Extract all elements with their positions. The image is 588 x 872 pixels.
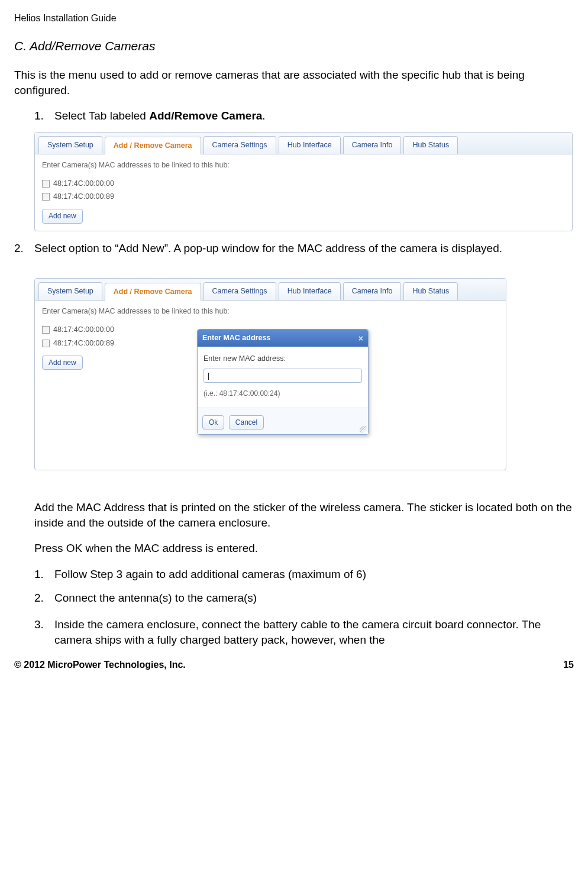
step-1-body: Select Tab labeled Add/Remove Camera. — [54, 108, 574, 124]
modal-title: Enter MAC address — [202, 333, 270, 343]
substep-2: 2. Connect the antenna(s) to the camera(… — [34, 590, 574, 606]
ui-panel-add-remove-modal: System Setup Add / Remove Camera Camera … — [34, 278, 506, 470]
step-1: 1. Select Tab labeled Add/Remove Camera. — [34, 108, 574, 124]
step-2: 2. Select option to “Add New”. A pop-up … — [14, 241, 574, 256]
after-modal-p1: Add the MAC Address that is printed on t… — [34, 500, 574, 530]
tab-add-remove-camera-b[interactable]: Add / Remove Camera — [105, 283, 201, 301]
ui-panel-add-remove: System Setup Add / Remove Camera Camera … — [34, 132, 573, 231]
tab-strip-b: System Setup Add / Remove Camera Camera … — [35, 279, 506, 301]
modal-footer: Ok Cancel — [198, 408, 368, 434]
page-footer: © 2012 MicroPower Technologies, Inc. 15 — [14, 658, 574, 671]
substep-2-number: 2. — [34, 590, 54, 606]
mac-row-0: 48:17:4C:00:00:00 — [42, 179, 565, 189]
document-header: Helios Installation Guide — [14, 12, 574, 25]
add-new-button[interactable]: Add new — [42, 209, 83, 223]
substep-1: 1. Follow Step 3 again to add additional… — [34, 567, 574, 582]
mac-label-0: 48:17:4C:00:00:00 — [53, 179, 114, 189]
checkbox-mac-0[interactable] — [42, 180, 50, 188]
tab-system-setup-b[interactable]: System Setup — [38, 282, 102, 300]
after-modal-p2: Press OK when the MAC address is entered… — [34, 541, 574, 556]
step-1-text-post: . — [262, 109, 265, 122]
footer-copyright: © 2012 MicroPower Technologies, Inc. — [14, 658, 186, 671]
step-2-body: Select option to “Add New”. A pop-up win… — [34, 241, 574, 256]
footer-page-number: 15 — [563, 658, 574, 671]
tab-camera-settings[interactable]: Camera Settings — [203, 136, 276, 154]
substep-1-body: Follow Step 3 again to add additional ca… — [54, 567, 574, 582]
tab-system-setup[interactable]: System Setup — [38, 136, 102, 154]
close-icon[interactable]: × — [358, 334, 363, 343]
tab-hub-interface-b[interactable]: Hub Interface — [279, 282, 341, 300]
substep-1-number: 1. — [34, 567, 54, 582]
panel-instruction: Enter Camera(s) MAC addresses to be link… — [42, 160, 565, 170]
tab-camera-info-b[interactable]: Camera Info — [343, 282, 402, 300]
tab-camera-settings-b[interactable]: Camera Settings — [203, 282, 276, 300]
step-1-number: 1. — [34, 108, 54, 124]
panel-instruction-b: Enter Camera(s) MAC addresses to be link… — [42, 306, 499, 316]
resize-grip-icon[interactable] — [360, 426, 367, 433]
mac-row-1: 48:17:4C:00:00:89 — [42, 192, 565, 202]
substep-3-body: Inside the camera enclosure, connect the… — [54, 617, 574, 647]
step-1-text-bold: Add/Remove Camera — [149, 109, 262, 122]
step-1-text-pre: Select Tab labeled — [54, 109, 149, 122]
tab-hub-status-b[interactable]: Hub Status — [403, 282, 458, 300]
checkbox-mac-1-b[interactable] — [42, 340, 50, 347]
mac-label-0-b: 48:17:4C:00:00:00 — [53, 325, 114, 335]
intro-paragraph: This is the menu used to add or remove c… — [14, 67, 574, 98]
checkbox-mac-0-b[interactable] — [42, 326, 50, 334]
substep-2-body: Connect the antenna(s) to the camera(s) — [54, 590, 574, 606]
cancel-button[interactable]: Cancel — [229, 415, 264, 429]
mac-label-1-b: 48:17:4C:00:00:89 — [53, 338, 114, 348]
panel-body: Enter Camera(s) MAC addresses to be link… — [35, 154, 572, 231]
modal-label: Enter new MAC address: — [203, 354, 362, 364]
checkbox-mac-1[interactable] — [42, 193, 50, 201]
modal-hint: (i.e.: 48:17:4C:00:00:24) — [203, 389, 362, 398]
tab-strip: System Setup Add / Remove Camera Camera … — [35, 133, 572, 154]
tab-hub-status[interactable]: Hub Status — [403, 136, 458, 154]
substep-3: 3. Inside the camera enclosure, connect … — [34, 617, 574, 647]
modal-body: Enter new MAC address: (i.e.: 48:17:4C:0… — [198, 347, 368, 408]
substep-3-number: 3. — [34, 617, 54, 647]
step-2-number: 2. — [14, 241, 34, 256]
mac-address-modal: Enter MAC address × Enter new MAC addres… — [197, 329, 369, 435]
modal-header: Enter MAC address × — [198, 330, 368, 347]
section-heading: C. Add/Remove Cameras — [14, 38, 574, 54]
tab-add-remove-camera[interactable]: Add / Remove Camera — [105, 137, 201, 154]
add-new-button-b[interactable]: Add new — [42, 356, 83, 370]
mac-label-1: 48:17:4C:00:00:89 — [53, 192, 114, 202]
tab-camera-info[interactable]: Camera Info — [343, 136, 402, 154]
mac-address-input[interactable] — [203, 369, 362, 383]
tab-hub-interface[interactable]: Hub Interface — [279, 136, 341, 154]
ok-button[interactable]: Ok — [202, 415, 224, 429]
